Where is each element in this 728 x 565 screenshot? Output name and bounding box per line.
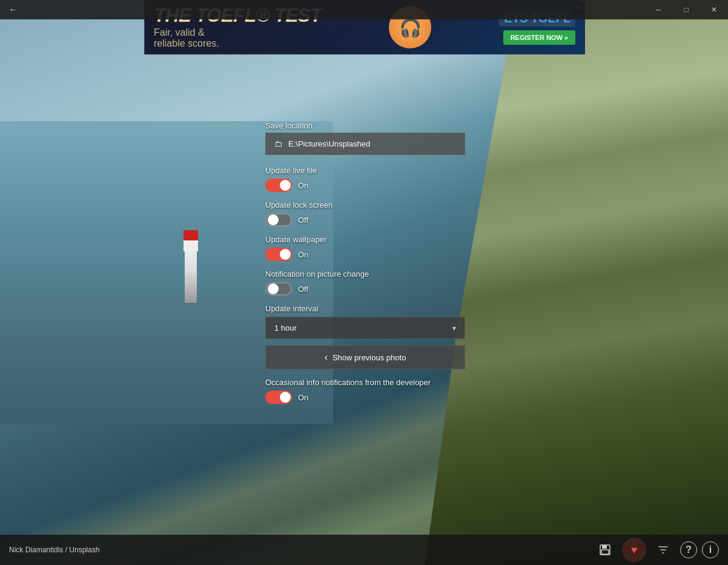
occasional-notifications-label: Occasional info notifications from the d…: [265, 378, 465, 387]
toggle-knob: [280, 180, 291, 191]
update-interval-select[interactable]: 1 hour ▾: [265, 317, 465, 339]
notification-label: Notification on picture change: [265, 269, 465, 279]
update-live-tile-state: On: [298, 181, 308, 190]
update-wallpaper-row: On: [265, 248, 465, 261]
minimize-button[interactable]: ─: [644, 0, 672, 19]
update-lock-screen-row: Off: [265, 213, 465, 226]
save-location-label: Save location: [265, 121, 465, 130]
dropdown-arrow-icon: ▾: [452, 324, 456, 332]
svg-rect-1: [602, 545, 607, 549]
update-interval-value: 1 hour: [274, 323, 297, 332]
ad-register-button[interactable]: REGISTER NOW »: [503, 30, 575, 45]
update-wallpaper-toggle[interactable]: [265, 248, 292, 261]
update-wallpaper-label: Update wallpaper: [265, 235, 465, 244]
back-button[interactable]: ←: [5, 1, 22, 18]
background-lighthouse: [182, 230, 200, 303]
toggle-knob: [268, 283, 279, 294]
update-live-tile-row: On: [265, 179, 465, 192]
heart-icon-button[interactable]: ♥: [622, 538, 646, 562]
show-previous-photo-button[interactable]: ‹ Show previous photo: [265, 345, 465, 369]
update-lock-screen-toggle[interactable]: [265, 213, 292, 226]
update-interval-label: Update interval: [265, 304, 465, 313]
settings-panel: Save location 🗀 E:\Pictures\Unsplashed U…: [265, 121, 465, 412]
bottom-icons: ♥ ? i: [593, 538, 719, 562]
window-controls: ─ □ ✕: [644, 0, 728, 19]
notification-toggle[interactable]: [265, 282, 292, 296]
help-icon-button[interactable]: ?: [680, 541, 697, 558]
update-live-tile-toggle[interactable]: [265, 179, 292, 192]
bottom-bar: Nick Diamantidis / Unsplash ♥ ? i: [0, 535, 728, 565]
maximize-button[interactable]: □: [672, 0, 700, 19]
notification-state: Off: [298, 285, 308, 294]
occasional-notifications-state: On: [298, 393, 308, 402]
svg-rect-2: [601, 550, 609, 554]
notification-row: Off: [265, 282, 465, 296]
save-location-value: E:\Pictures\Unsplashed: [288, 139, 370, 148]
folder-icon: 🗀: [274, 139, 282, 148]
close-button[interactable]: ✕: [700, 0, 728, 19]
occasional-notifications-row: On: [265, 391, 465, 404]
update-interval-dropdown-container: 1 hour ▾: [265, 317, 465, 339]
save-location-button[interactable]: 🗀 E:\Pictures\Unsplashed: [265, 133, 465, 155]
filter-icon-button[interactable]: [651, 538, 675, 562]
info-icon-button[interactable]: i: [702, 541, 719, 558]
save-icon-button[interactable]: [593, 538, 617, 562]
update-live-tile-label: Update live tile: [265, 166, 465, 175]
update-lock-screen-state: Off: [298, 216, 308, 225]
update-wallpaper-state: On: [298, 250, 308, 259]
titlebar: ← ─ □ ✕: [0, 0, 728, 19]
occasional-notifications-toggle[interactable]: [265, 391, 292, 404]
toggle-knob: [280, 249, 291, 260]
toggle-knob: [268, 214, 279, 225]
show-previous-photo-label: Show previous photo: [333, 353, 406, 362]
chevron-left-icon: ‹: [325, 352, 328, 363]
ad-subtitle: Fair, valid &reliable scores.: [154, 27, 321, 49]
photo-credit: Nick Diamantidis / Unsplash: [9, 546, 99, 554]
update-lock-screen-label: Update lock screen: [265, 200, 465, 210]
toggle-knob: [280, 392, 291, 403]
